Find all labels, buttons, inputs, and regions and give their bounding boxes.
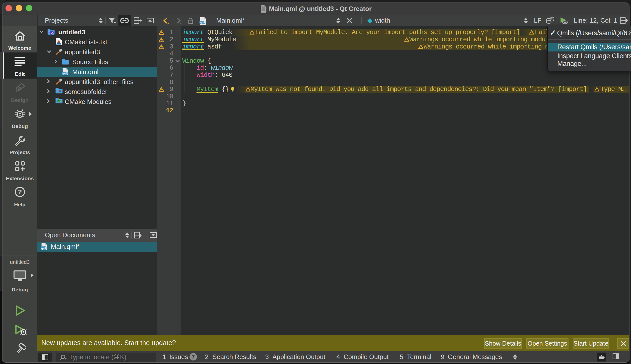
svg-text:qml: qml: [41, 247, 46, 250]
svg-text:qml: qml: [63, 72, 67, 75]
svg-text:qml: qml: [200, 21, 205, 24]
svg-text:?: ?: [18, 188, 22, 196]
